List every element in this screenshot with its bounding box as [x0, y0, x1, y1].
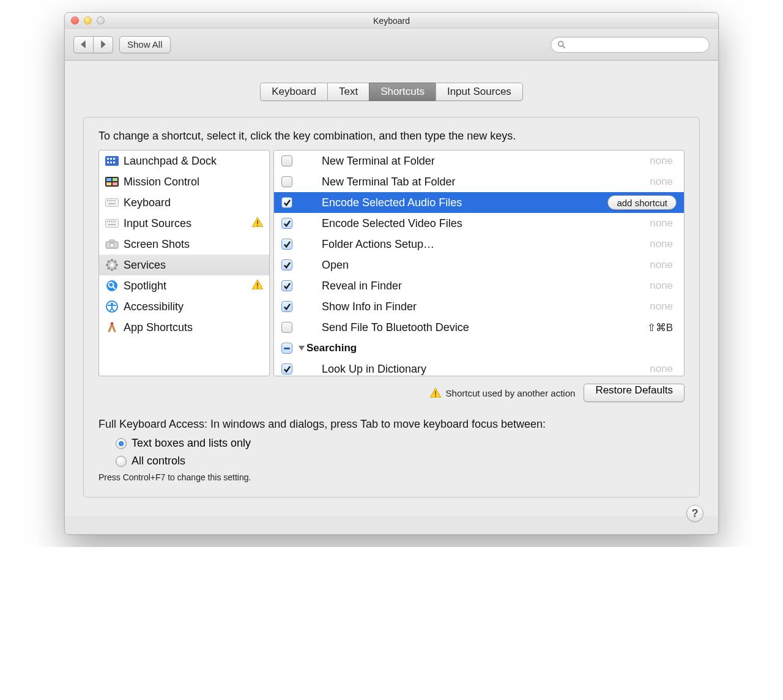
shortcut-item-look-up-in-dictionary[interactable]: Look Up in Dictionarynone [274, 359, 684, 376]
shortcut-value: none [650, 259, 677, 271]
svg-rect-25 [113, 221, 114, 222]
accessibility-icon [105, 300, 119, 313]
svg-rect-22 [107, 221, 108, 222]
svg-rect-46 [257, 283, 258, 286]
checkbox-mixed[interactable] [281, 343, 292, 354]
category-mission-control[interactable]: Mission Control [99, 171, 269, 192]
tab-keyboard[interactable]: Keyboard [260, 83, 327, 101]
tab-shortcuts[interactable]: Shortcuts [369, 83, 436, 101]
svg-rect-52 [435, 396, 436, 397]
restore-defaults-button[interactable]: Restore Defaults [584, 384, 685, 402]
fka-radio-text-boxes-and-lists-only[interactable]: Text boxes and lists only [116, 437, 685, 450]
toolbar: Show All [65, 29, 718, 61]
tab-text[interactable]: Text [327, 83, 369, 101]
shortcut-value: ⇧⌘B [647, 321, 677, 334]
checkbox-on[interactable] [281, 197, 292, 208]
warning-icon [252, 217, 263, 230]
shortcuts-panel: To change a shortcut, select it, click t… [83, 117, 700, 497]
search-input[interactable] [570, 40, 703, 49]
shortcut-value: none [650, 238, 677, 250]
category-label: Mission Control [124, 176, 199, 188]
category-app-shortcuts[interactable]: App Shortcuts [99, 317, 269, 338]
camera-icon [105, 238, 119, 250]
shortcut-group-searching[interactable]: Searching [274, 338, 684, 359]
category-screen-shots[interactable]: Screen Shots [99, 234, 269, 255]
category-label: App Shortcuts [124, 321, 193, 334]
shortcut-item-encode-selected-audio-files[interactable]: Encode Selected Audio Filesadd shortcut [274, 192, 684, 213]
chevron-down-icon [299, 346, 305, 351]
checkbox-off[interactable] [281, 322, 292, 333]
shortcut-item-encode-selected-video-files[interactable]: Encode Selected Video Filesnone [274, 213, 684, 234]
search-field[interactable] [551, 37, 710, 53]
shortcut-item-open[interactable]: Opennone [274, 255, 684, 275]
shortcut-value: none [650, 155, 677, 167]
svg-rect-24 [111, 221, 112, 222]
fka-label: Full Keyboard Access: In windows and dia… [98, 418, 685, 431]
category-label: Input Sources [124, 217, 191, 230]
checkbox-off[interactable] [281, 155, 292, 166]
keyboard-icon [105, 196, 119, 209]
shortcut-item-reveal-in-finder[interactable]: Reveal in Findernone [274, 275, 684, 296]
keyboard-icon [105, 217, 119, 229]
category-spotlight[interactable]: Spotlight [99, 275, 269, 296]
mission-icon [105, 176, 119, 188]
category-label: Launchpad & Dock [124, 155, 217, 168]
checkbox-off[interactable] [281, 176, 292, 187]
svg-rect-51 [435, 391, 436, 395]
group-disclosure[interactable]: Searching [299, 342, 357, 354]
svg-point-43 [106, 280, 117, 291]
checkbox-on[interactable] [281, 259, 292, 270]
tab-input-sources[interactable]: Input Sources [436, 83, 523, 101]
nav-back-forward [73, 36, 113, 53]
fka-radio-group: Text boxes and lists onlyAll controls [116, 437, 685, 467]
shortcut-list[interactable]: New Terminal at FoldernoneNew Terminal T… [273, 150, 685, 376]
shortcut-item-send-file-to-bluetooth-device[interactable]: Send File To Bluetooth Device⇧⌘B [274, 317, 684, 338]
help-button[interactable]: ? [686, 505, 703, 522]
category-services[interactable]: Services [99, 255, 269, 275]
svg-rect-47 [257, 287, 258, 288]
checkbox-on[interactable] [281, 280, 292, 291]
radio-button[interactable] [116, 456, 127, 467]
tab-bar: KeyboardTextShortcutsInput Sources [83, 83, 700, 101]
shortcut-label: New Terminal Tab at Folder [299, 176, 644, 188]
shortcut-label: Look Up in Dictionary [299, 363, 644, 376]
gear-icon [105, 259, 119, 271]
instruction-text: To change a shortcut, select it, click t… [98, 130, 685, 143]
checkbox-on[interactable] [281, 363, 292, 374]
svg-point-50 [111, 322, 114, 326]
category-list[interactable]: Launchpad & DockMission ControlKeyboardI… [98, 150, 270, 376]
forward-button[interactable] [93, 36, 113, 53]
checkbox-on[interactable] [281, 301, 292, 312]
shortcut-item-new-terminal-tab-at-folder[interactable]: New Terminal Tab at Foldernone [274, 171, 684, 192]
back-button[interactable] [73, 36, 93, 53]
shortcut-item-new-terminal-at-folder[interactable]: New Terminal at Foldernone [274, 151, 684, 171]
show-all-button[interactable]: Show All [119, 36, 171, 53]
category-keyboard[interactable]: Keyboard [99, 192, 269, 213]
shortcut-label: Encode Selected Video Files [299, 217, 644, 230]
svg-point-34 [110, 263, 114, 267]
svg-rect-18 [113, 200, 114, 201]
shortcut-label: Send File To Bluetooth Device [299, 321, 641, 334]
fka-radio-all-controls[interactable]: All controls [116, 455, 685, 467]
category-accessibility[interactable]: Accessibility [99, 296, 269, 317]
checkbox-on[interactable] [281, 218, 292, 229]
shortcut-item-folder-actions-setup-[interactable]: Folder Actions Setup…none [274, 234, 684, 255]
svg-rect-12 [106, 182, 111, 185]
window-body: KeyboardTextShortcutsInput Sources To ch… [65, 61, 718, 516]
svg-rect-19 [114, 200, 116, 201]
add-shortcut-button[interactable]: add shortcut [607, 195, 677, 210]
radio-label: Text boxes and lists only [132, 437, 251, 450]
svg-rect-13 [113, 182, 117, 185]
category-input-sources[interactable]: Input Sources [99, 213, 269, 234]
prefs-window: Keyboard Show All KeyboardTextShortcutsI… [64, 12, 719, 535]
warning-icon [252, 280, 263, 292]
shortcut-item-show-info-in-finder[interactable]: Show Info in Findernone [274, 296, 684, 317]
radio-button[interactable] [116, 438, 127, 449]
search-icon [557, 40, 566, 49]
category-launchpad-dock[interactable]: Launchpad & Dock [99, 151, 269, 171]
svg-rect-27 [108, 224, 116, 225]
svg-rect-20 [108, 203, 116, 204]
checkbox-on[interactable] [281, 239, 292, 250]
svg-point-32 [110, 244, 114, 248]
svg-rect-3 [107, 158, 109, 160]
